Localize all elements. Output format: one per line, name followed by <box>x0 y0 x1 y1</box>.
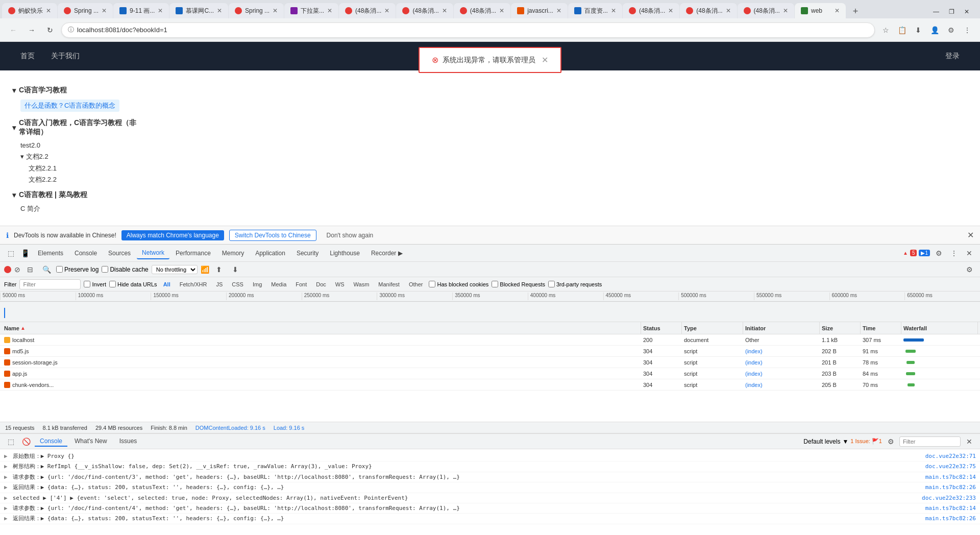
tab-sources[interactable]: Sources <box>103 248 136 259</box>
header-status[interactable]: Status <box>641 322 682 334</box>
tab-close-t5[interactable]: ✕ <box>270 7 278 14</box>
filter-media-button[interactable]: Media <box>268 281 289 288</box>
invert-checkbox[interactable]: Invert <box>84 281 106 287</box>
site-login-button[interactable]: 登录 <box>945 52 960 61</box>
console-tab-issues[interactable]: Issues <box>114 436 142 447</box>
tab-close-t13[interactable]: ✕ <box>723 7 731 14</box>
tab-elements[interactable]: Elements <box>33 248 68 259</box>
console-clear-icon[interactable]: 🚫 <box>19 435 33 448</box>
filter-ws-button[interactable]: WS <box>332 281 348 288</box>
sidebar-item-doc22[interactable]: ▾ 文档2.2 <box>12 151 141 163</box>
network-settings-icon[interactable]: ⚙ <box>963 263 976 276</box>
maximize-button[interactable]: ❐ <box>944 6 959 17</box>
filter-input[interactable] <box>19 279 81 289</box>
tab-close-t1[interactable]: ✕ <box>43 7 51 14</box>
site-nav-about[interactable]: 关于我们 <box>51 52 80 61</box>
console-file-6[interactable]: main.ts7bc82:14 <box>925 504 976 512</box>
tab-network[interactable]: Network <box>137 247 169 259</box>
tab-t13[interactable]: (48条消... ✕ <box>680 3 737 18</box>
console-expand-4[interactable]: ▶ <box>4 483 8 491</box>
table-row-localhost[interactable]: localhost 200 document Other 1.1 kB 307 … <box>0 334 980 346</box>
devtools-device-button[interactable]: 📱 <box>18 247 32 260</box>
table-row-md5[interactable]: md5.js 304 script (index) 202 B 91 ms <box>0 346 980 357</box>
filter-font-button[interactable]: Font <box>292 281 310 288</box>
console-file-2[interactable]: doc.vue22e32:75 <box>925 463 976 470</box>
tab-t4[interactable]: 慕课网C... ✕ <box>169 3 228 18</box>
tab-t10[interactable]: javascri... ✕ <box>511 3 568 18</box>
console-filter-input[interactable] <box>899 436 961 447</box>
header-name[interactable]: Name ▲ <box>2 322 641 334</box>
tab-t14[interactable]: (48条消... ✕ <box>738 3 794 18</box>
devtools-inspect-button[interactable]: ⬚ <box>4 247 17 260</box>
clear-button[interactable]: ⊘ <box>14 265 20 274</box>
sidebar-section-3[interactable]: ▾ C语言教程 | 菜鸟教程 <box>12 190 141 200</box>
vertical-dots-icon[interactable]: ⋮ <box>947 247 961 260</box>
forward-button[interactable]: → <box>24 23 39 37</box>
filter-all-button[interactable]: All <box>160 281 174 288</box>
tab-close-t15[interactable]: ✕ <box>831 7 840 14</box>
dont-show-again-button[interactable]: Don't show again <box>322 230 379 240</box>
tab-lighthouse[interactable]: Lighthouse <box>325 248 365 259</box>
save-to-reading-list-icon[interactable]: 📋 <box>895 23 909 37</box>
console-file-3[interactable]: main.ts7bc82:14 <box>925 473 976 481</box>
extension-icon[interactable]: ⚙ <box>944 23 958 37</box>
preserve-log-checkbox[interactable]: Preserve log <box>56 266 99 273</box>
download-arrow-icon[interactable]: ⬇ <box>229 263 242 276</box>
filter-fetch-xhr-button[interactable]: Fetch/XHR <box>177 281 210 288</box>
console-expand-2[interactable]: ▶ <box>4 463 8 470</box>
console-expand-1[interactable]: ▶ <box>4 452 8 460</box>
site-nav-home[interactable]: 首页 <box>20 52 35 61</box>
bookmark-icon[interactable]: ☆ <box>879 23 892 37</box>
filter-icon[interactable]: ⊟ <box>23 263 37 276</box>
blocked-cookies-checkbox[interactable]: Has blocked cookies <box>429 281 488 287</box>
download-icon[interactable]: ⬇ <box>912 23 925 37</box>
tab-close-t10[interactable]: ✕ <box>553 7 561 14</box>
tab-t2[interactable]: Spring ... ✕ <box>58 3 113 18</box>
tab-close-t9[interactable]: ✕ <box>496 7 504 14</box>
console-tab-console[interactable]: Console <box>35 436 67 447</box>
close-devtools-button[interactable]: ✕ <box>963 247 976 260</box>
tab-t8[interactable]: (48条消... ✕ <box>396 3 453 18</box>
tab-application[interactable]: Application <box>250 248 290 259</box>
disable-cache-input[interactable] <box>102 266 108 273</box>
filter-manifest-button[interactable]: Manifest <box>375 281 403 288</box>
invert-input[interactable] <box>84 281 90 287</box>
blocked-cookies-input[interactable] <box>429 281 435 287</box>
filter-js-button[interactable]: JS <box>213 281 226 288</box>
tab-t7[interactable]: (48条消... ✕ <box>339 3 396 18</box>
tab-console[interactable]: Console <box>69 248 102 259</box>
settings-icon[interactable]: ⚙ <box>932 247 945 260</box>
filter-img-button[interactable]: Img <box>250 281 265 288</box>
console-expand-3[interactable]: ▶ <box>4 473 8 481</box>
tab-t9[interactable]: (48条消... ✕ <box>454 3 510 18</box>
header-type[interactable]: Type <box>682 322 743 334</box>
url-bar[interactable]: ⓘ localhost:8081/doc?ebookId=1 <box>61 22 875 38</box>
console-expand-7[interactable]: ▶ <box>4 515 8 522</box>
filter-doc-button[interactable]: Doc <box>313 281 329 288</box>
table-row-session-storage[interactable]: session-storage.js 304 script (index) 20… <box>0 357 980 368</box>
upload-icon[interactable]: ⬆ <box>212 263 226 276</box>
console-expand-6[interactable]: ▶ <box>4 504 8 512</box>
filter-other-button[interactable]: Other <box>406 281 426 288</box>
table-row-app[interactable]: app.js 304 script (index) 203 B 84 ms <box>0 368 980 379</box>
third-party-input[interactable] <box>548 281 555 287</box>
tab-t11[interactable]: 百度资... ✕ <box>568 3 622 18</box>
tab-close-t6[interactable]: ✕ <box>324 7 332 14</box>
tab-close-t8[interactable]: ✕ <box>439 7 447 14</box>
console-file-5[interactable]: doc.vue22e32:233 <box>922 494 976 502</box>
profile-icon[interactable]: 👤 <box>928 23 941 37</box>
menu-icon[interactable]: ⋮ <box>961 23 974 37</box>
tab-t12[interactable]: (48条消... ✕ <box>623 3 679 18</box>
reload-button[interactable]: ↻ <box>43 23 57 37</box>
header-size[interactable]: Size <box>820 322 861 334</box>
console-tab-whats-new[interactable]: What's New <box>69 436 112 447</box>
third-party-checkbox[interactable]: 3rd-party requests <box>548 281 602 287</box>
close-button[interactable]: ✕ <box>960 6 974 17</box>
sidebar-section-2[interactable]: ▾ C语言入门教程，C语言学习教程（非常详细） <box>12 118 141 137</box>
preserve-log-input[interactable] <box>56 266 63 273</box>
console-expand-5[interactable]: ▶ <box>4 494 8 502</box>
minimize-button[interactable]: — <box>929 6 943 17</box>
tab-close-t3[interactable]: ✕ <box>155 7 163 14</box>
tab-memory[interactable]: Memory <box>217 248 249 259</box>
filter-wasm-button[interactable]: Wasm <box>351 281 373 288</box>
